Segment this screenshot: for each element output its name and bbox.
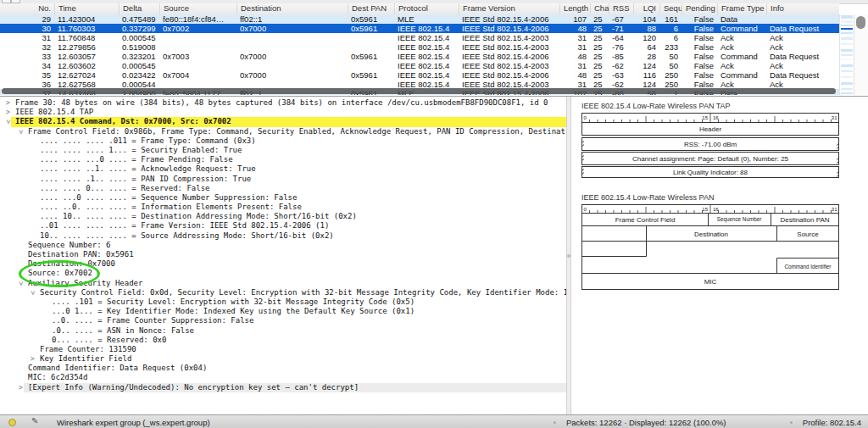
packet-list[interactable]: 2911.4230040.475489fe80::18f4:cf84…ff02:… bbox=[0, 14, 839, 96]
detail-line[interactable]: >IEEE 802.15.4 Command, Dst: 0x7000, Src… bbox=[0, 117, 566, 126]
diagram-field-label[interactable]: Frame Control Field bbox=[615, 216, 676, 224]
packet-list-minimap[interactable] bbox=[839, 14, 854, 96]
column-header-pending[interactable]: Pending bbox=[682, 3, 717, 14]
detail-line[interactable]: >Key Identifier Field bbox=[0, 354, 566, 364]
status-expert-group-label[interactable]: Wireshark expert group (_ws.expert.group… bbox=[57, 418, 210, 427]
detail-line[interactable]: >IEEE 802.15.4 TAP bbox=[0, 108, 566, 117]
disclosure-triangle-icon[interactable]: > bbox=[19, 383, 23, 392]
detail-line[interactable]: .... .... .... 1... = Security Enabled: … bbox=[0, 146, 566, 155]
cell-length: 31 bbox=[559, 61, 590, 70]
status-profile[interactable]: Profile: 802.15.4 bbox=[803, 418, 861, 427]
column-header-no[interactable]: No. bbox=[0, 3, 54, 14]
column-header-destination[interactable]: Destination bbox=[236, 3, 348, 14]
detail-line[interactable]: Command Identifier: Data Request (0x04) bbox=[0, 364, 566, 373]
column-header-info[interactable]: Info bbox=[766, 3, 839, 14]
diagram-field-label[interactable]: Command Identifier bbox=[785, 264, 832, 270]
detail-line[interactable]: .0.. .... = ASN in Nonce: False bbox=[0, 326, 566, 336]
diagram-pan[interactable]: 0 15 16 31 Frame C bbox=[581, 204, 839, 290]
cell-no: 29 bbox=[0, 14, 54, 24]
detail-line[interactable]: .... ...0 .... .... = Sequence Number Su… bbox=[0, 193, 566, 203]
column-header-delta[interactable]: Delta bbox=[119, 3, 159, 14]
column-header-sequ[interactable]: Sequ bbox=[659, 3, 682, 14]
detail-line-text: .... .... ...0 .... = Frame Pending: Fal… bbox=[40, 155, 233, 164]
disclosure-triangle-icon[interactable]: > bbox=[16, 281, 25, 286]
cell-frame-version: IEEE Std 802.15.4-2006 bbox=[459, 52, 559, 61]
packet-row[interactable]: 3212.2798560.519008IEEE 802.15.4IEEE Std… bbox=[0, 42, 839, 52]
detail-line[interactable]: Destination PAN: 0x5961 bbox=[0, 250, 566, 259]
detail-line[interactable]: .... .... ..1. .... = Acknowledge Reques… bbox=[0, 164, 566, 174]
detail-line[interactable]: ..01 .... .... .... = Frame Version: IEE… bbox=[0, 221, 566, 231]
detail-line[interactable]: >Frame Control Field: 0x986b, Frame Type… bbox=[0, 127, 566, 136]
cell-info: Ack bbox=[766, 33, 839, 42]
packet-row[interactable]: 3011.7603030.3372990x70020x70000x5961IEE… bbox=[0, 24, 839, 33]
diagram-field-label[interactable]: Source bbox=[797, 231, 819, 238]
packet-row[interactable]: 3512.6270240.0234220x70040x70000x5961IEE… bbox=[0, 70, 839, 80]
diagram-field-label[interactable]: Link Quality Indicator: 88 bbox=[673, 169, 748, 176]
packet-row[interactable]: 2911.4230040.475489fe80::18f4:cf84…ff02:… bbox=[0, 14, 839, 24]
disclosure-triangle-icon[interactable]: > bbox=[3, 120, 13, 125]
cell-sequ: 161 bbox=[659, 14, 682, 24]
cell-source bbox=[159, 61, 236, 70]
cell-no: 34 bbox=[0, 61, 54, 70]
disclosure-triangle-icon[interactable]: > bbox=[6, 108, 10, 117]
column-header-frame-version[interactable]: Frame Version bbox=[459, 3, 559, 14]
detail-line[interactable]: >[Expert Info (Warning/Undecoded): No en… bbox=[0, 383, 566, 392]
diagram-field-label[interactable]: MIC bbox=[704, 278, 717, 286]
detail-line[interactable]: ...0 1... = Key Identifier Mode: Indexed… bbox=[0, 307, 566, 316]
diagram-field-label[interactable]: Sequence Number bbox=[717, 216, 762, 223]
diagram-field-label[interactable]: RSS: -71.00 dBm bbox=[684, 141, 737, 148]
disclosure-triangle-icon[interactable]: > bbox=[28, 291, 37, 295]
column-header-cha[interactable]: Cha bbox=[590, 3, 609, 14]
status-separator-dot bbox=[554, 421, 556, 424]
detail-line[interactable]: .... .... ...0 .... = Frame Pending: Fal… bbox=[0, 155, 566, 164]
cell-frame-version: IEEE Std 802.15.4-2003 bbox=[459, 80, 559, 89]
detail-line[interactable]: .... .... .1.. .... = PAN ID Compression… bbox=[0, 175, 566, 184]
cell-time: 12.279856 bbox=[54, 42, 119, 52]
packet-row[interactable]: 3612.6275680.000544IEEE 802.15.4IEEE Std… bbox=[0, 80, 839, 89]
packet-row[interactable]: 3312.6030570.3232010x70030x70000x5961IEE… bbox=[0, 52, 839, 61]
detail-line[interactable]: .... .101 = Security Level: Encryption w… bbox=[0, 297, 566, 307]
column-header-source[interactable]: Source bbox=[159, 3, 236, 14]
detail-line[interactable]: MIC: 6c2d354d bbox=[0, 373, 566, 382]
detail-line[interactable]: ..0. .... = Frame Counter Suppression: F… bbox=[0, 316, 566, 325]
column-header-time[interactable]: Time bbox=[54, 3, 119, 14]
detail-line[interactable]: 10.. .... .... .... = Source Addressing … bbox=[0, 231, 566, 241]
detail-line[interactable]: 0... .... = Reserved: 0x0 bbox=[0, 336, 566, 345]
expert-info-indicator-icon[interactable] bbox=[8, 419, 16, 426]
cell-info: Ack bbox=[766, 61, 839, 70]
disclosure-triangle-icon[interactable]: > bbox=[16, 130, 25, 134]
diagram-tap[interactable]: 0 15 16 31 Header RSS: -71.00 dBm Channe… bbox=[581, 113, 839, 178]
detail-line[interactable]: Frame Counter: 131590 bbox=[0, 345, 566, 354]
column-header-rss[interactable]: RSS bbox=[609, 3, 633, 14]
detail-line-text: ..0. .... = Frame Counter Suppression: F… bbox=[52, 316, 253, 325]
horizontal-scrollbar-thumb[interactable] bbox=[2, 88, 836, 94]
detail-line[interactable]: .... .... 0... .... = Reserved: False bbox=[0, 184, 566, 193]
packet-detail-pane[interactable]: >Frame 30: 48 bytes on wire (384 bits), … bbox=[0, 97, 566, 417]
detail-line[interactable]: .... .... .... .011 = Frame Type: Comman… bbox=[0, 136, 566, 146]
column-header-lqi[interactable]: LQI bbox=[633, 3, 659, 14]
minimap-stripe bbox=[841, 32, 853, 34]
packet-row[interactable]: 3412.6036020.000545IEEE 802.15.4IEEE Std… bbox=[0, 61, 839, 70]
column-header-protocol[interactable]: Protocol bbox=[394, 3, 459, 14]
column-header-frame-type[interactable]: Frame Type bbox=[717, 3, 766, 14]
diagram-field-label[interactable]: Channel assignment: Page: Default (0), N… bbox=[632, 155, 789, 163]
detail-line[interactable]: >Frame 30: 48 bytes on wire (384 bits), … bbox=[0, 98, 566, 108]
detail-line[interactable]: >Security Control Field: 0x0d, Security … bbox=[0, 288, 566, 297]
column-header-length[interactable]: Length bbox=[559, 3, 590, 14]
diagram-field-label[interactable]: Header bbox=[699, 125, 722, 133]
detail-line[interactable]: .... ..0. .... .... = Information Elemen… bbox=[0, 203, 566, 212]
cell-delta: 0.023422 bbox=[119, 70, 159, 80]
cell-destination bbox=[236, 42, 348, 52]
diagram-field-label[interactable]: Destination PAN bbox=[780, 216, 829, 224]
capture-comment-pencil-icon[interactable]: ✎ bbox=[31, 416, 38, 425]
cell-frame-type: Ack bbox=[717, 80, 766, 89]
diagram-field-label[interactable]: Destination bbox=[694, 231, 728, 238]
column-header-dest-pan[interactable]: Dest PAN bbox=[348, 3, 394, 14]
vertical-scrollbar[interactable] bbox=[854, 14, 868, 96]
vertical-scrollbar-thumb[interactable] bbox=[856, 16, 865, 29]
detail-line[interactable]: .... 10.. .... .... = Destination Addres… bbox=[0, 212, 566, 221]
disclosure-triangle-icon[interactable]: > bbox=[6, 98, 10, 108]
packet-row[interactable]: 3111.7608480.000545IEEE 802.15.4IEEE Std… bbox=[0, 33, 839, 42]
detail-line[interactable]: Sequence Number: 6 bbox=[0, 241, 566, 250]
disclosure-triangle-icon[interactable]: > bbox=[31, 354, 35, 364]
